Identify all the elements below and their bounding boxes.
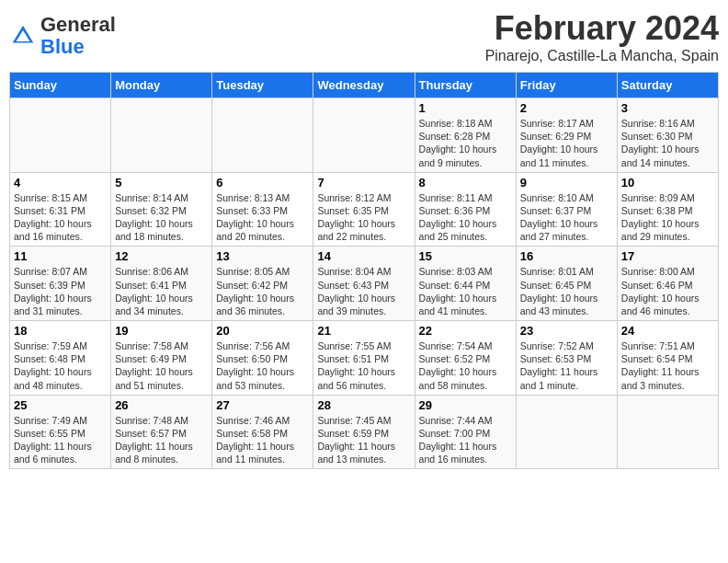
calendar-cell: 15Sunrise: 8:03 AM Sunset: 6:44 PM Dayli… xyxy=(415,247,516,321)
day-number: 1 xyxy=(419,101,512,115)
day-number: 8 xyxy=(419,176,512,190)
day-info: Sunrise: 8:05 AM Sunset: 6:42 PM Dayligh… xyxy=(216,265,309,317)
calendar-cell: 12Sunrise: 8:06 AM Sunset: 6:41 PM Dayli… xyxy=(111,247,212,321)
day-info: Sunrise: 8:07 AM Sunset: 6:39 PM Dayligh… xyxy=(14,265,107,317)
calendar-cell: 28Sunrise: 7:45 AM Sunset: 6:59 PM Dayli… xyxy=(313,395,415,469)
month-title: February 2024 xyxy=(485,9,719,48)
calendar-cell: 17Sunrise: 8:00 AM Sunset: 6:46 PM Dayli… xyxy=(617,247,718,321)
calendar-cell: 24Sunrise: 7:51 AM Sunset: 6:54 PM Dayli… xyxy=(617,321,718,396)
day-info: Sunrise: 8:15 AM Sunset: 6:31 PM Dayligh… xyxy=(14,191,107,244)
day-number: 5 xyxy=(115,176,208,190)
title-area: February 2024 Pinarejo, Castille-La Manc… xyxy=(485,9,719,64)
day-info: Sunrise: 8:04 AM Sunset: 6:43 PM Dayligh… xyxy=(317,265,410,317)
day-info: Sunrise: 7:44 AM Sunset: 7:00 PM Dayligh… xyxy=(419,414,512,466)
week-row-1: 1Sunrise: 8:18 AM Sunset: 6:28 PM Daylig… xyxy=(10,98,719,173)
generalblue-icon xyxy=(9,22,37,50)
header: General Blue February 2024 Pinarejo, Cas… xyxy=(9,9,719,64)
day-info: Sunrise: 7:49 AM Sunset: 6:55 PM Dayligh… xyxy=(14,414,107,466)
calendar-cell: 22Sunrise: 7:54 AM Sunset: 6:52 PM Dayli… xyxy=(415,321,516,396)
day-number: 2 xyxy=(520,101,613,115)
day-info: Sunrise: 7:46 AM Sunset: 6:58 PM Dayligh… xyxy=(216,414,309,466)
calendar-cell: 11Sunrise: 8:07 AM Sunset: 6:39 PM Dayli… xyxy=(10,247,111,321)
location-title: Pinarejo, Castille-La Mancha, Spain xyxy=(485,48,719,64)
calendar-cell xyxy=(617,395,718,469)
logo-general: General xyxy=(40,13,116,36)
calendar-cell: 3Sunrise: 8:16 AM Sunset: 6:30 PM Daylig… xyxy=(617,98,718,173)
calendar-cell: 19Sunrise: 7:58 AM Sunset: 6:49 PM Dayli… xyxy=(111,321,212,396)
day-number: 3 xyxy=(621,101,714,115)
header-day-tuesday: Tuesday xyxy=(212,73,313,98)
day-number: 19 xyxy=(115,324,208,338)
calendar-cell: 7Sunrise: 8:12 AM Sunset: 6:35 PM Daylig… xyxy=(313,172,415,247)
day-number: 15 xyxy=(419,249,512,263)
calendar-cell: 23Sunrise: 7:52 AM Sunset: 6:53 PM Dayli… xyxy=(516,321,617,396)
day-number: 6 xyxy=(216,176,309,190)
day-info: Sunrise: 8:00 AM Sunset: 6:46 PM Dayligh… xyxy=(621,265,714,317)
day-info: Sunrise: 7:59 AM Sunset: 6:48 PM Dayligh… xyxy=(14,339,107,392)
calendar-cell: 26Sunrise: 7:48 AM Sunset: 6:57 PM Dayli… xyxy=(111,395,212,469)
calendar-cell: 20Sunrise: 7:56 AM Sunset: 6:50 PM Dayli… xyxy=(212,321,313,396)
header-day-monday: Monday xyxy=(111,73,212,98)
day-number: 16 xyxy=(520,249,613,263)
calendar-cell: 25Sunrise: 7:49 AM Sunset: 6:55 PM Dayli… xyxy=(10,395,111,469)
calendar-body: 1Sunrise: 8:18 AM Sunset: 6:28 PM Daylig… xyxy=(10,98,719,469)
calendar-cell xyxy=(516,395,617,469)
calendar-cell: 6Sunrise: 8:13 AM Sunset: 6:33 PM Daylig… xyxy=(212,172,313,247)
calendar-cell: 18Sunrise: 7:59 AM Sunset: 6:48 PM Dayli… xyxy=(10,321,111,396)
calendar-cell: 9Sunrise: 8:10 AM Sunset: 6:37 PM Daylig… xyxy=(516,172,617,247)
calendar-cell: 29Sunrise: 7:44 AM Sunset: 7:00 PM Dayli… xyxy=(415,395,516,469)
day-info: Sunrise: 8:17 AM Sunset: 6:29 PM Dayligh… xyxy=(520,117,613,169)
calendar-cell xyxy=(313,98,415,173)
day-info: Sunrise: 8:01 AM Sunset: 6:45 PM Dayligh… xyxy=(520,265,613,317)
calendar-cell: 2Sunrise: 8:17 AM Sunset: 6:29 PM Daylig… xyxy=(516,98,617,173)
day-number: 11 xyxy=(14,249,107,263)
day-number: 22 xyxy=(419,324,512,338)
day-info: Sunrise: 8:11 AM Sunset: 6:36 PM Dayligh… xyxy=(419,191,512,244)
calendar-cell: 13Sunrise: 8:05 AM Sunset: 6:42 PM Dayli… xyxy=(212,247,313,321)
logo: General Blue xyxy=(9,9,116,58)
day-number: 24 xyxy=(621,324,714,338)
calendar-header: SundayMondayTuesdayWednesdayThursdayFrid… xyxy=(10,73,719,98)
calendar-cell: 10Sunrise: 8:09 AM Sunset: 6:38 PM Dayli… xyxy=(617,172,718,247)
header-row: SundayMondayTuesdayWednesdayThursdayFrid… xyxy=(10,73,719,98)
day-number: 17 xyxy=(621,249,714,263)
header-day-thursday: Thursday xyxy=(415,73,516,98)
calendar-table: SundayMondayTuesdayWednesdayThursdayFrid… xyxy=(9,72,719,469)
day-number: 26 xyxy=(115,398,208,412)
calendar-cell xyxy=(111,98,212,173)
calendar-cell: 5Sunrise: 8:14 AM Sunset: 6:32 PM Daylig… xyxy=(111,172,212,247)
day-number: 29 xyxy=(419,398,512,412)
day-info: Sunrise: 8:14 AM Sunset: 6:32 PM Dayligh… xyxy=(115,191,208,244)
day-info: Sunrise: 7:52 AM Sunset: 6:53 PM Dayligh… xyxy=(520,339,613,392)
header-day-friday: Friday xyxy=(516,73,617,98)
day-info: Sunrise: 8:12 AM Sunset: 6:35 PM Dayligh… xyxy=(317,191,410,244)
day-info: Sunrise: 7:54 AM Sunset: 6:52 PM Dayligh… xyxy=(419,339,512,392)
header-day-saturday: Saturday xyxy=(617,73,718,98)
week-row-4: 18Sunrise: 7:59 AM Sunset: 6:48 PM Dayli… xyxy=(10,321,719,396)
day-info: Sunrise: 7:55 AM Sunset: 6:51 PM Dayligh… xyxy=(317,339,410,392)
logo-blue: Blue xyxy=(40,35,85,58)
day-info: Sunrise: 7:48 AM Sunset: 6:57 PM Dayligh… xyxy=(115,414,208,466)
day-number: 14 xyxy=(317,249,410,263)
calendar-cell: 4Sunrise: 8:15 AM Sunset: 6:31 PM Daylig… xyxy=(10,172,111,247)
day-number: 7 xyxy=(317,176,410,190)
calendar-cell: 16Sunrise: 8:01 AM Sunset: 6:45 PM Dayli… xyxy=(516,247,617,321)
day-info: Sunrise: 8:16 AM Sunset: 6:30 PM Dayligh… xyxy=(621,117,714,169)
calendar-cell: 14Sunrise: 8:04 AM Sunset: 6:43 PM Dayli… xyxy=(313,247,415,321)
calendar-cell: 27Sunrise: 7:46 AM Sunset: 6:58 PM Dayli… xyxy=(212,395,313,469)
day-number: 18 xyxy=(14,324,107,338)
day-number: 10 xyxy=(621,176,714,190)
day-info: Sunrise: 8:06 AM Sunset: 6:41 PM Dayligh… xyxy=(115,265,208,317)
day-number: 25 xyxy=(14,398,107,412)
day-info: Sunrise: 7:56 AM Sunset: 6:50 PM Dayligh… xyxy=(216,339,309,392)
calendar-cell: 8Sunrise: 8:11 AM Sunset: 6:36 PM Daylig… xyxy=(415,172,516,247)
day-number: 28 xyxy=(317,398,410,412)
day-number: 12 xyxy=(115,249,208,263)
week-row-3: 11Sunrise: 8:07 AM Sunset: 6:39 PM Dayli… xyxy=(10,247,719,321)
week-row-5: 25Sunrise: 7:49 AM Sunset: 6:55 PM Dayli… xyxy=(10,395,719,469)
day-info: Sunrise: 8:10 AM Sunset: 6:37 PM Dayligh… xyxy=(520,191,613,244)
calendar-cell: 1Sunrise: 8:18 AM Sunset: 6:28 PM Daylig… xyxy=(415,98,516,173)
day-number: 21 xyxy=(317,324,410,338)
day-info: Sunrise: 8:09 AM Sunset: 6:38 PM Dayligh… xyxy=(621,191,714,244)
day-info: Sunrise: 8:13 AM Sunset: 6:33 PM Dayligh… xyxy=(216,191,309,244)
